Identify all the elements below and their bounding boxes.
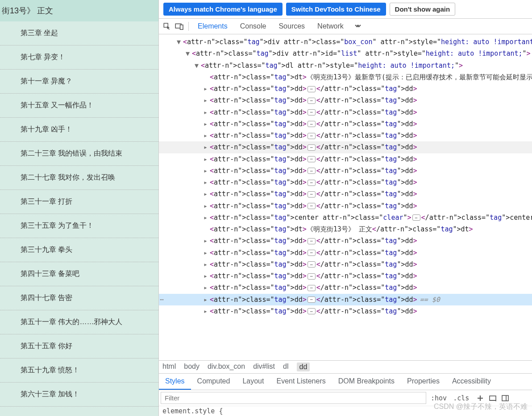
dom-tree-row[interactable]: ▸<attr-n">class="tag">dd>⋯</attr-n">clas…	[159, 141, 532, 153]
page-chapter-sidebar[interactable]: 街13号》 正文 第三章 坐起第七章 异变！第十一章 异魔？第十五章 又一幅作品…	[0, 0, 158, 416]
chapter-list-item[interactable]: 第十五章 又一幅作品！	[0, 94, 158, 118]
computed-styles-icon[interactable]	[489, 394, 497, 402]
chapter-list-item[interactable]: 第七章 异变！	[0, 45, 158, 70]
breadcrumb-item[interactable]: body	[184, 362, 200, 371]
cls-toggle[interactable]: .cls	[451, 393, 471, 403]
dom-tree-row[interactable]: ▸<attr-n">class="tag">dd>⋯</attr-n">clas…	[159, 282, 532, 293]
styles-subtab[interactable]: Styles	[159, 374, 191, 390]
chapter-list-item[interactable]: 第四十七章 告密	[0, 286, 158, 310]
styles-body: element.style {	[159, 406, 532, 416]
dom-tree-row[interactable]: ▸<attr-n">class="tag">dd>⋯</attr-n">clas…	[159, 200, 532, 212]
chapter-list-item[interactable]: 第五十九章 愤怒！	[0, 358, 158, 383]
dom-tree-row[interactable]: ▸<attr-n">class="tag">dd>⋯</attr-n">clas…	[159, 270, 532, 282]
chapter-list-item[interactable]: 第三十九章 拳头	[0, 238, 158, 262]
chapter-list-item[interactable]: 第二十三章 我的错误，由我结束	[0, 142, 158, 166]
dom-tree-row[interactable]: ▸<attr-n">class="tag">dd>⋯</attr-n">clas…	[159, 118, 532, 130]
dom-tree-row[interactable]: ▼<attr-n">class="tag">div attr-n">id="li…	[159, 48, 532, 59]
chapter-list-item[interactable]: 第四十三章 备菜吧	[0, 262, 158, 286]
dom-tree-row[interactable]: ▸<attr-n">class="tag">dd>⋯</attr-n">clas…	[159, 305, 532, 317]
dont-show-again-button[interactable]: Don't show again	[390, 3, 456, 16]
dom-tree-row[interactable]: <attr-n">class="tag">dt>《明克街13号》最新章节(提示：…	[159, 71, 532, 83]
devtools-toolbar: Elements Console Sources Network 4 12	[159, 18, 532, 34]
language-infobar: Always match Chrome's language Switch De…	[159, 0, 532, 18]
svg-rect-11	[490, 396, 496, 400]
switch-devtools-chinese-button[interactable]: Switch DevTools to Chinese	[286, 3, 386, 16]
devtools-panel: Always match Chrome's language Switch De…	[158, 0, 532, 416]
breadcrumb-item[interactable]: dd	[297, 362, 310, 371]
dom-tree-row[interactable]: ▸<attr-n">class="tag">dd>⋯</attr-n">clas…	[159, 188, 532, 200]
element-style-rule[interactable]: element.style {	[162, 407, 223, 415]
dom-tree-row[interactable]: ▸<attr-n">class="tag">center attr-n">cla…	[159, 212, 532, 223]
more-tabs-icon[interactable]	[350, 23, 366, 30]
chapter-list-item[interactable]: 第三章 坐起	[0, 21, 158, 45]
toggle-sidebar-icon[interactable]	[501, 394, 509, 402]
dom-tree-row[interactable]: ▸<attr-n">class="tag">dd>⋯</attr-n">clas…	[159, 247, 532, 259]
chapter-list-item[interactable]: 第五十五章 你好	[0, 334, 158, 358]
styles-subtab[interactable]: DOM Breakpoints	[332, 374, 401, 390]
dom-tree-row[interactable]: ▸<attr-n">class="tag">dd>⋯</attr-n">clas…	[159, 235, 532, 247]
breadcrumb: htmlbodydiv.box_condiv#listdldd	[159, 360, 532, 373]
styles-subtab[interactable]: Accessibility	[446, 374, 497, 390]
new-style-rule-icon[interactable]	[476, 394, 484, 402]
match-chrome-language-button[interactable]: Always match Chrome's language	[163, 3, 283, 16]
dom-tree-row[interactable]: ▸<attr-n">class="tag">dd>⋯</attr-n">clas…	[159, 177, 532, 188]
dom-tree-row[interactable]: ▸<attr-n">class="tag">dd>⋯</attr-n">clas…	[159, 130, 532, 141]
dom-tree-row[interactable]: ▸<attr-n">class="tag">dd>⋯</attr-n">clas…	[159, 95, 532, 106]
dom-tree-row[interactable]: ▸<attr-n">class="tag">dd>⋯</attr-n">clas…	[159, 107, 532, 118]
dom-tree-row[interactable]: ▸<attr-n">class="tag">dd>⋯</attr-n">clas…	[159, 165, 532, 177]
chapter-list-item[interactable]: 第六十三章 加钱！	[0, 383, 158, 407]
tab-sources[interactable]: Sources	[272, 19, 311, 34]
tab-elements[interactable]: Elements	[191, 19, 234, 34]
dom-tree-row[interactable]: ▼<attr-n">class="tag">dl attr-n">style="…	[159, 60, 532, 71]
breadcrumb-item[interactable]: dl	[283, 362, 288, 371]
breadcrumb-item[interactable]: html	[162, 362, 176, 371]
dom-tree-row[interactable]: ▸<attr-n">class="tag">dd>⋯</attr-n">clas…	[159, 153, 532, 165]
dom-tree-row[interactable]: ▸<attr-n">class="tag">dd>⋯</attr-n">clas…	[159, 294, 532, 305]
dom-tree-row[interactable]: ▼<attr-n">class="tag">div attr-n">class=…	[159, 36, 532, 48]
styles-filter-input[interactable]	[161, 392, 426, 404]
chapter-list-item[interactable]: 第五十一章 伟大的……邪神大人	[0, 310, 158, 334]
styles-subtab[interactable]: Event Listeners	[270, 374, 332, 390]
chapter-list-item[interactable]: 第十九章 凶手！	[0, 118, 158, 142]
dom-tree-row[interactable]: ▸<attr-n">class="tag">dd>⋯</attr-n">clas…	[159, 259, 532, 270]
chapter-list-item[interactable]: 第三十一章 打折	[0, 190, 158, 214]
styles-tabbar: StylesComputedLayoutEvent ListenersDOM B…	[159, 373, 532, 390]
elements-dom-tree[interactable]: ▼<attr-n">class="tag">div attr-n">class=…	[159, 34, 532, 360]
chapter-list-header: 街13号》 正文	[0, 0, 158, 21]
styles-subtab[interactable]: Properties	[401, 374, 446, 390]
svg-rect-2	[180, 25, 183, 29]
chapter-list-item[interactable]: 第十一章 异魔？	[0, 70, 158, 94]
svg-rect-12	[502, 395, 508, 401]
hov-toggle[interactable]: :hov	[429, 393, 449, 403]
breadcrumb-item[interactable]: div.box_con	[208, 362, 245, 371]
dom-tree-row[interactable]: <attr-n">class="tag">dt>《明克街13号》 正文</att…	[159, 223, 532, 235]
styles-subtab[interactable]: Computed	[191, 374, 237, 390]
styles-subtab[interactable]: Layout	[236, 374, 270, 390]
dom-tree-row[interactable]: ▸<attr-n">class="tag">dd>⋯</attr-n">clas…	[159, 83, 532, 95]
chapter-list-item[interactable]: 第三十五章 为了鱼干！	[0, 214, 158, 238]
inspect-element-icon[interactable]	[161, 20, 173, 33]
device-toolbar-icon[interactable]	[173, 20, 186, 33]
tab-console[interactable]: Console	[234, 19, 273, 34]
tab-network[interactable]: Network	[311, 19, 350, 34]
styles-toolbar: :hov .cls	[159, 390, 532, 406]
chapter-list-item[interactable]: 第二十七章 我对你，发出召唤	[0, 166, 158, 190]
breadcrumb-item[interactable]: div#list	[253, 362, 275, 371]
